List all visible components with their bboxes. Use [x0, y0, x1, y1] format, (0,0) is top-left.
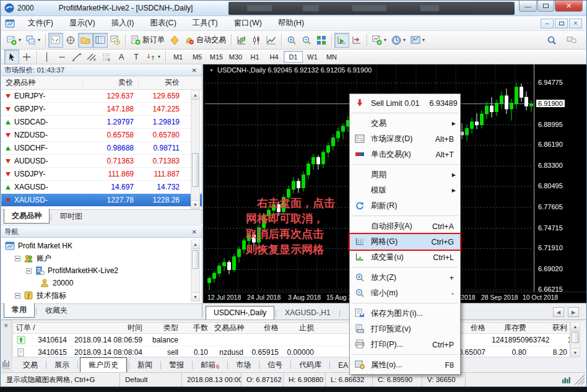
- menu-item-保存为图片-i-[interactable]: 保存为图片(i)...: [350, 306, 460, 321]
- market-watch-column-headers[interactable]: 交易品种卖价买价: [1, 76, 202, 90]
- cursor-button[interactable]: [4, 50, 19, 64]
- terminal-tab-7[interactable]: 信号: [261, 358, 289, 372]
- menu-item-交易[interactable]: 交易▶: [350, 116, 460, 131]
- column-symbol[interactable]: 交易品种: [1, 77, 83, 88]
- period-h4[interactable]: H4: [264, 51, 284, 63]
- market-watch-row[interactable]: USDCAD-1.297971.29819: [1, 116, 202, 129]
- menu-0[interactable]: 文件(F): [20, 16, 61, 30]
- maximize-button[interactable]: [537, 1, 554, 12]
- scrollbar-thumb[interactable]: [192, 250, 199, 269]
- arrows-button[interactable]: ▾: [144, 50, 163, 64]
- close-icon[interactable]: ✕: [4, 323, 9, 329]
- column-header-9[interactable]: 库存费: [489, 323, 529, 333]
- resize-grip[interactable]: [575, 375, 585, 385]
- chart-tab-1[interactable]: XAGUSD-,H1: [277, 307, 337, 320]
- market-watch-row[interactable]: EURJPY-129.637129.659: [1, 90, 202, 103]
- navigator-button[interactable]: [78, 33, 93, 48]
- menu-4[interactable]: 工具(T): [185, 16, 226, 30]
- scroll-right-icon[interactable]: ▶: [568, 307, 579, 317]
- market-watch-header[interactable]: 市场报价: 01:43:37 ✕: [1, 64, 202, 76]
- minimize-button[interactable]: —: [519, 1, 537, 12]
- column-header-6[interactable]: 止损: [282, 323, 317, 333]
- terminal-button[interactable]: [93, 33, 108, 48]
- scrollbar-thumb[interactable]: [192, 153, 199, 187]
- menu-item-自动排列-a-[interactable]: 自动排列(A)Ctrl+A: [350, 219, 460, 234]
- tree-item[interactable]: 账户: [1, 252, 202, 264]
- child-minimize-button[interactable]: –: [541, 19, 554, 28]
- data-window-button[interactable]: [63, 33, 78, 48]
- menu-item-网格-g-[interactable]: 网格(G)Ctrl+G: [350, 234, 460, 250]
- period-w1[interactable]: W1: [303, 51, 322, 63]
- tile-windows-button[interactable]: [314, 33, 329, 48]
- scroll-down-icon[interactable]: ▼: [191, 200, 199, 209]
- menu-3[interactable]: 图表(C): [142, 16, 184, 30]
- market-watch-button[interactable]: [48, 33, 63, 48]
- scroll-left-icon[interactable]: ◀: [553, 307, 564, 317]
- scroll-down-icon[interactable]: ▼: [191, 292, 199, 301]
- fibonacci-button[interactable]: F: [99, 50, 114, 64]
- text-button[interactable]: A: [114, 50, 129, 64]
- menu-item-模版[interactable]: 模版▶: [350, 183, 460, 198]
- hline-button[interactable]: ─: [54, 50, 69, 64]
- period-m1[interactable]: M1: [168, 51, 188, 63]
- child-close-button[interactable]: ×: [569, 19, 582, 28]
- period-mn[interactable]: MN: [322, 51, 341, 63]
- navigator-tab-1[interactable]: 收藏夹: [38, 304, 75, 318]
- terminal-tab-3[interactable]: 新闻: [131, 358, 159, 372]
- column-header-4[interactable]: 交易品种: [211, 323, 246, 333]
- market-watch-tab-1[interactable]: 即时图: [53, 210, 90, 224]
- bars-chart-button[interactable]: [234, 33, 249, 48]
- profiles-button[interactable]: ▾: [24, 33, 43, 48]
- child-restore-button[interactable]: [555, 19, 568, 28]
- menu-6[interactable]: 帮助(H): [270, 16, 312, 30]
- terminal-tab-1[interactable]: 展示: [48, 358, 76, 372]
- chart-tab-0[interactable]: USDCNH-,Daily: [206, 306, 274, 320]
- terminal-tab-2[interactable]: 账户历史: [80, 357, 127, 373]
- new-chart-button[interactable]: ▾: [4, 33, 24, 48]
- menu-item-放大-z-[interactable]: 放大(Z)+: [350, 270, 460, 285]
- terminal-tab-0[interactable]: 交易: [17, 358, 44, 372]
- table-header-row[interactable]: 订单 /时间类型手数交易品种价格止损价格库存费获利: [13, 323, 570, 334]
- history-row[interactable]: 34106142018.09.14 08:06:59balance1241895…: [13, 334, 570, 346]
- scrollbar-thumb[interactable]: [572, 332, 579, 343]
- terminal-tab-8[interactable]: 代码库: [293, 358, 328, 372]
- period-m5[interactable]: M5: [188, 51, 207, 63]
- menu-item-刷新-r-[interactable]: 刷新(R): [350, 198, 460, 214]
- tree-item[interactable]: ProfitMarketHK-Live2: [1, 264, 202, 277]
- menu-item-市场深度-d-[interactable]: 市场深度(D)Alt+B: [350, 131, 460, 147]
- chat-button[interactable]: [564, 33, 579, 48]
- zoom-in-button[interactable]: [284, 33, 299, 48]
- price-axis[interactable]: 6.947756.919006.889956.861906.833006.804…: [534, 64, 586, 292]
- navigator-tab-0[interactable]: 常用: [4, 303, 35, 318]
- menu-item-sell-limit-0-01[interactable]: Sell Limit 0.016.93489: [350, 95, 460, 111]
- column-bid[interactable]: 卖价: [83, 77, 139, 88]
- terminal-tab-4[interactable]: 警报: [163, 358, 190, 372]
- navigator-header[interactable]: 导航 ✕: [1, 226, 202, 238]
- market-watch-row[interactable]: USDJPY-111.869111.887: [1, 168, 202, 181]
- history-row[interactable]: 34106152018.09.14 08:08:04sell0.10nzdusd…: [13, 346, 570, 357]
- tree-item[interactable]: 20000: [1, 277, 202, 289]
- market-watch-row[interactable]: XAGUSD-14.69714.732: [1, 181, 202, 194]
- market-watch-row[interactable]: GBPJPY-147.188147.225: [1, 103, 202, 116]
- trendline-button[interactable]: [69, 50, 84, 64]
- close-button[interactable]: ✕: [555, 1, 583, 12]
- menu-item-属性-o-[interactable]: 属性(o)...F8: [350, 357, 460, 373]
- quick-panel-icon[interactable]: [2, 359, 12, 368]
- candles-button[interactable]: [249, 33, 264, 48]
- templates-button[interactable]: ▾: [408, 33, 427, 48]
- menu-item-缩小-m-[interactable]: 缩小(m)-: [350, 285, 460, 301]
- periods-clock-button[interactable]: ▾: [389, 33, 408, 48]
- metaeditor-button[interactable]: [167, 33, 182, 48]
- terminal-tab-6[interactable]: 市场: [230, 358, 257, 372]
- one-click-arrow-icon[interactable]: ▼: [209, 68, 214, 72]
- scroll-up-icon[interactable]: ▲: [191, 240, 199, 249]
- auto-scroll-button[interactable]: [334, 33, 349, 48]
- autotrade-button[interactable]: 自动交易: [182, 33, 228, 48]
- column-header-10[interactable]: 获利: [529, 323, 570, 333]
- market-watch-tab-0[interactable]: 交易品种: [4, 209, 50, 224]
- column-header-5[interactable]: 价格: [246, 323, 282, 333]
- period-m15[interactable]: M15: [207, 51, 226, 63]
- menu-item-打印-p-[interactable]: 打印(P)...Ctrl+P: [350, 337, 460, 352]
- market-watch-row[interactable]: NZDUSD-0.657580.65780: [1, 129, 202, 142]
- menu-item-打印预览-v-[interactable]: 打印预览(v): [350, 321, 460, 337]
